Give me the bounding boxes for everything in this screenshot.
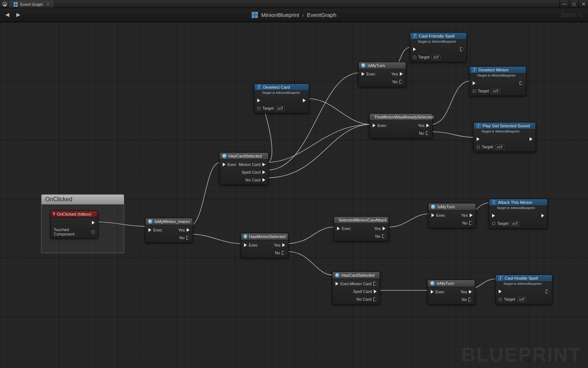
exec-in-pin[interactable]: Exec bbox=[431, 213, 445, 217]
exec-in-pin[interactable]: Exec bbox=[336, 282, 349, 286]
delegate-pin[interactable] bbox=[93, 212, 95, 216]
macro-icon bbox=[148, 219, 153, 224]
yes-pin[interactable]: Yes bbox=[178, 228, 190, 232]
yes-pin[interactable]: Yes bbox=[274, 243, 285, 247]
node-attack-this[interactable]: Attack This Minion Target is MinionBluep… bbox=[489, 199, 548, 229]
target-pin[interactable]: Targetself bbox=[413, 55, 441, 60]
window-buttons: — ◻ ✕ bbox=[559, 0, 588, 8]
graph-canvas[interactable]: OnClicked OnClicked (hitbox) Touched Com… bbox=[0, 22, 588, 368]
minioncard-pin[interactable]: Minion Card bbox=[239, 162, 265, 167]
node-cast-friendly[interactable]: Cast Friendly Spell Target is MinionBlue… bbox=[410, 32, 467, 62]
back-button[interactable]: ◄ bbox=[3, 11, 12, 20]
no-pin[interactable]: No bbox=[275, 251, 285, 255]
nocard-pin[interactable]: No Card bbox=[356, 297, 377, 301]
node-hascardselected-1[interactable]: HasCardSelected Exec Minion Card Spell C… bbox=[219, 152, 269, 185]
exec-out-pin[interactable] bbox=[530, 137, 533, 141]
no-pin[interactable]: No bbox=[462, 297, 472, 302]
target-pin[interactable]: Targetself bbox=[492, 221, 520, 226]
function-icon bbox=[257, 85, 261, 89]
breadcrumb: MinionBlueprint › EventGraph bbox=[252, 12, 336, 18]
graph-icon bbox=[14, 2, 18, 7]
yes-pin[interactable]: Yes bbox=[374, 226, 386, 231]
node-deselect-card[interactable]: Deselect Card Target is MinionBlueprint … bbox=[254, 84, 309, 113]
exec-in-pin[interactable] bbox=[492, 214, 495, 217]
target-pin[interactable]: Targetself bbox=[499, 297, 526, 302]
macro-icon bbox=[431, 205, 435, 209]
function-icon bbox=[498, 276, 503, 280]
target-pin[interactable]: Targetself bbox=[473, 89, 500, 93]
exec-in-pin[interactable] bbox=[477, 137, 480, 141]
nocard-pin[interactable]: No Card bbox=[245, 178, 265, 182]
forward-button[interactable]: ► bbox=[14, 11, 23, 20]
node-onclicked[interactable]: OnClicked (hitbox) Touched Component bbox=[50, 210, 98, 238]
exec-out-pin[interactable] bbox=[541, 214, 544, 217]
spellcard-pin[interactable]: Spell Card bbox=[353, 289, 377, 294]
exec-in-pin[interactable]: Exec bbox=[244, 243, 258, 247]
no-pin[interactable]: No bbox=[419, 131, 429, 135]
macro-icon bbox=[361, 63, 366, 68]
node-selcanattack[interactable]: SelectedMinionCanAttack Exec Yes No bbox=[334, 216, 389, 241]
tab-event-graph[interactable]: Event Graph × bbox=[10, 1, 53, 8]
comment-title: OnClicked bbox=[42, 195, 124, 205]
exec-in-pin[interactable] bbox=[473, 81, 476, 85]
exec-in-pin[interactable] bbox=[413, 47, 416, 51]
exec-out-pin[interactable] bbox=[460, 47, 463, 51]
minioncard-pin[interactable]: Minion Card bbox=[350, 282, 377, 286]
macro-icon bbox=[430, 281, 435, 286]
yes-pin[interactable]: Yes bbox=[418, 123, 429, 128]
target-pin[interactable]: Targetself bbox=[257, 106, 285, 111]
exec-in-pin[interactable]: Exec bbox=[373, 123, 386, 128]
close-button[interactable]: ✕ bbox=[578, 0, 588, 8]
chevron-icon: › bbox=[302, 12, 304, 18]
minimize-button[interactable]: — bbox=[559, 0, 569, 8]
no-pin[interactable]: No bbox=[462, 221, 473, 225]
node-this-already[interactable]: ThisMinionWasAlreadySelected Exec Yes No bbox=[369, 113, 433, 138]
exec-in-pin[interactable]: Exec bbox=[148, 228, 162, 232]
watermark: BLUEPRINT bbox=[461, 343, 581, 366]
titlebar: Event Graph × — ◻ ✕ bbox=[0, 0, 588, 8]
yes-pin[interactable]: Yes bbox=[391, 72, 403, 76]
node-ismyminion[interactable]: IsMyMinion_macro Exec Yes No bbox=[145, 218, 193, 243]
no-pin[interactable]: No bbox=[392, 79, 403, 84]
exec-in-pin[interactable] bbox=[257, 99, 260, 102]
zoom-level: Zoom -1 bbox=[561, 12, 583, 18]
exec-in-pin[interactable]: Exec bbox=[431, 290, 444, 294]
node-ismyturn-2[interactable]: IsMyTurn Exec Yes No bbox=[428, 203, 476, 228]
node-ismyturn-3[interactable]: IsMyTurn Exec Yes No bbox=[427, 280, 475, 305]
touched-pin[interactable]: Touched Component bbox=[54, 227, 95, 236]
node-cast-hostile[interactable]: Cast Hostile Spell Target is MinionBluep… bbox=[495, 275, 552, 304]
node-deselect-minion[interactable]: Deselect Minion Target is MinionBlueprin… bbox=[469, 66, 526, 96]
no-pin[interactable]: No bbox=[375, 234, 386, 238]
exec-in-pin[interactable]: Exec bbox=[223, 162, 236, 167]
function-icon bbox=[476, 124, 481, 128]
close-icon[interactable]: × bbox=[47, 2, 49, 7]
macro-icon bbox=[222, 154, 227, 158]
maximize-button[interactable]: ◻ bbox=[569, 0, 578, 8]
breadcrumb-graph[interactable]: EventGraph bbox=[307, 12, 336, 18]
yes-pin[interactable]: Yes bbox=[460, 290, 472, 294]
function-icon bbox=[472, 68, 477, 72]
graph-icon bbox=[252, 12, 258, 18]
toolbar: ◄ ► MinionBlueprint › EventGraph Zoom -1 bbox=[0, 8, 588, 22]
node-hasminionselected[interactable]: HasMinionSelected Exec Yes No bbox=[241, 233, 288, 258]
target-pin[interactable]: Targetself bbox=[477, 145, 504, 149]
ue-logo-icon bbox=[0, 0, 10, 8]
exec-in-pin[interactable]: Exec bbox=[362, 72, 375, 76]
exec-out-pin[interactable] bbox=[303, 99, 306, 102]
yes-pin[interactable]: Yes bbox=[461, 213, 473, 217]
breadcrumb-blueprint[interactable]: MinionBlueprint bbox=[261, 12, 299, 18]
node-hascardselected-2[interactable]: HasCardSelected Exec Minion Card Spell C… bbox=[332, 272, 380, 304]
exec-out-pin[interactable] bbox=[520, 81, 523, 85]
event-icon bbox=[53, 212, 55, 216]
exec-in-pin[interactable] bbox=[499, 290, 502, 293]
function-icon bbox=[492, 200, 496, 205]
no-pin[interactable]: No bbox=[179, 236, 190, 240]
macro-icon bbox=[335, 273, 340, 277]
macro-icon bbox=[244, 234, 247, 239]
node-ismyturn-1[interactable]: IsMyTurn Exec Yes No bbox=[358, 62, 406, 87]
node-play-sound[interactable]: Play Get Selected Sound Target is Minion… bbox=[473, 122, 536, 152]
spellcard-pin[interactable]: Spell Card bbox=[242, 170, 265, 174]
exec-out-pin[interactable] bbox=[546, 290, 549, 293]
exec-out-pin[interactable] bbox=[92, 221, 95, 224]
exec-in-pin[interactable]: Exec bbox=[337, 226, 351, 231]
